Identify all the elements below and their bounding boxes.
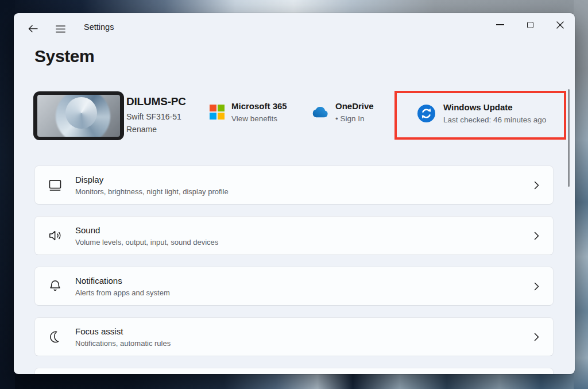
- vertical-scrollbar[interactable]: [568, 89, 570, 187]
- sound-icon: [48, 228, 63, 243]
- device-thumbnail-screen: [37, 95, 120, 137]
- microsoft-365-title: Microsoft 365: [231, 101, 287, 111]
- row-subtitle: Alerts from apps and system: [75, 288, 534, 297]
- app-title: Settings: [84, 22, 114, 32]
- row-subtitle: Notifications, automatic rules: [75, 339, 534, 348]
- row-subtitle: Monitors, brightness, night light, displ…: [75, 187, 534, 196]
- settings-list: Display Monitors, brightness, night ligh…: [34, 165, 554, 374]
- wallpaper-left-strip: [0, 0, 15, 389]
- view-benefits-link[interactable]: View benefits: [231, 114, 287, 123]
- device-name: DILUMS-PC: [126, 95, 186, 108]
- chevron-right-icon: [534, 181, 539, 190]
- maximize-icon: [527, 22, 533, 28]
- page-title: System: [34, 47, 94, 66]
- titlebar: Settings: [14, 13, 575, 41]
- settings-window: Settings System: [14, 13, 575, 374]
- focus-assist-moon-icon: [48, 329, 63, 344]
- settings-row-partial[interactable]: [34, 368, 554, 374]
- back-arrow-icon: [28, 25, 38, 33]
- row-title: Display: [75, 175, 534, 184]
- device-model: Swift SF316-51: [126, 112, 186, 121]
- minimize-icon: [496, 24, 504, 25]
- sign-in-link[interactable]: • Sign In: [335, 114, 374, 123]
- annotation-highlight-box: Windows Update Last checked: 46 minutes …: [394, 91, 566, 140]
- wallpaper-right-strip: [574, 0, 588, 389]
- device-info: DILUMS-PC Swift SF316-51 Rename: [126, 95, 186, 134]
- maximize-button[interactable]: [515, 13, 545, 36]
- rename-button[interactable]: Rename: [126, 125, 186, 134]
- settings-row-focus-assist[interactable]: Focus assist Notifications, automatic ru…: [34, 317, 554, 356]
- windows-update-title: Windows Update: [443, 102, 546, 112]
- windows-update-link[interactable]: Windows Update Last checked: 46 minutes …: [417, 102, 546, 124]
- microsoft-365-link[interactable]: Microsoft 365 View benefits: [210, 101, 287, 123]
- onedrive-cloud-icon: [311, 107, 328, 118]
- windows-update-sync-icon: [417, 105, 435, 122]
- bloom-wallpaper-highlight: [65, 97, 97, 129]
- minimize-button[interactable]: [485, 13, 515, 36]
- row-title: Focus assist: [75, 326, 534, 336]
- row-title: Notifications: [75, 276, 534, 286]
- close-button[interactable]: [545, 13, 575, 36]
- chevron-right-icon: [534, 232, 539, 240]
- hamburger-menu-icon: [56, 25, 65, 33]
- settings-row-sound[interactable]: Sound Volume levels, output, input, soun…: [34, 216, 554, 255]
- onedrive-link[interactable]: OneDrive • Sign In: [311, 101, 374, 123]
- notifications-bell-icon: [48, 279, 63, 294]
- desktop-wallpaper: Settings System: [0, 0, 588, 389]
- onedrive-title: OneDrive: [335, 101, 374, 111]
- settings-row-notifications[interactable]: Notifications Alerts from apps and syste…: [34, 267, 554, 306]
- device-thumbnail: [33, 91, 124, 140]
- display-icon: [48, 178, 63, 192]
- window-controls: [485, 13, 575, 38]
- settings-row-display[interactable]: Display Monitors, brightness, night ligh…: [34, 165, 554, 205]
- wallpaper-bottom-strip: [0, 372, 588, 389]
- close-icon: [556, 21, 564, 29]
- microsoft-365-logo-icon: [210, 105, 225, 120]
- row-title: Sound: [75, 225, 534, 235]
- back-button[interactable]: [25, 21, 40, 36]
- chevron-right-icon: [534, 282, 539, 291]
- row-subtitle: Volume levels, output, input, sound devi…: [75, 238, 534, 247]
- navigation-menu-button[interactable]: [53, 21, 68, 36]
- windows-update-status: Last checked: 46 minutes ago: [443, 115, 546, 124]
- chevron-right-icon: [534, 333, 539, 341]
